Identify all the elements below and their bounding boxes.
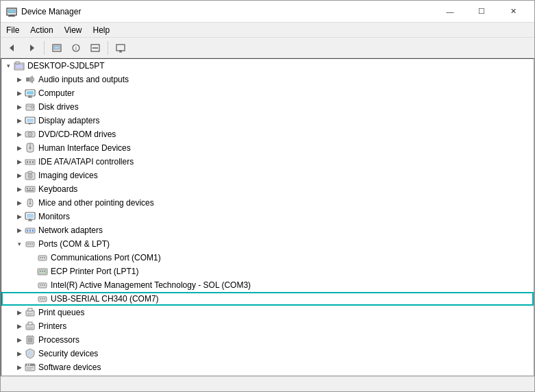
tree-item-printers[interactable]: ▶ Printers [1, 319, 534, 333]
svg-rect-92 [27, 328, 33, 329]
monitors-icon [25, 211, 36, 222]
processors-icon [25, 334, 36, 345]
disk-expand[interactable]: ▶ [14, 100, 25, 114]
update-button[interactable]: i [67, 40, 85, 56]
tree-item-keyboards[interactable]: ▶ Keyboards [1, 182, 534, 196]
maximize-button[interactable]: ☐ [466, 1, 497, 23]
tree-item-network[interactable]: ▶ Network adapters [1, 223, 534, 237]
ide-label: IDE ATA/ATAPI controllers [38, 157, 134, 167]
tree-item-ports[interactable]: ▾ Ports (COM & LPT) [1, 237, 534, 251]
security-icon [25, 348, 36, 359]
svg-point-74 [40, 271, 41, 272]
printqueues-expand[interactable]: ▶ [14, 306, 25, 319]
tree-item-com3[interactable]: ▶ Intel(R) Active Management Technology … [1, 278, 534, 292]
svg-rect-26 [26, 104, 34, 110]
tree-item-processors[interactable]: ▶ Processors [1, 333, 534, 347]
tree-item-dvd[interactable]: ▶ DVD/CD-ROM drives [1, 127, 534, 141]
security-expand[interactable]: ▶ [14, 347, 25, 360]
svg-rect-86 [28, 308, 32, 311]
svg-rect-61 [27, 230, 28, 232]
svg-point-80 [44, 284, 45, 286]
title-bar-left: Device Manager [6, 6, 81, 17]
svg-point-83 [42, 298, 43, 299]
ports-expand[interactable]: ▾ [14, 237, 25, 251]
printers-expand[interactable]: ▶ [14, 319, 25, 333]
svg-point-65 [27, 243, 29, 245]
svg-point-84 [44, 298, 45, 299]
dvd-expand[interactable]: ▶ [14, 127, 25, 141]
tree-root[interactable]: ▾ DESKTOP-SJDL5PT [1, 59, 534, 73]
close-button[interactable]: ✕ [497, 1, 529, 23]
ide-expand[interactable]: ▶ [14, 155, 25, 169]
minimize-button[interactable]: — [434, 1, 466, 23]
svg-rect-42 [32, 161, 34, 163]
mice-expand[interactable]: ▶ [14, 196, 25, 210]
printers-icon [25, 321, 36, 332]
tree-item-com1[interactable]: ▶ Communications Port (COM1) [1, 251, 534, 265]
svg-rect-30 [27, 119, 34, 122]
tree-item-software[interactable]: ▶ Software devices [1, 360, 534, 374]
menu-file[interactable]: File [1, 23, 25, 38]
computer-expand[interactable]: ▶ [14, 86, 25, 100]
tree-item-com7[interactable]: ▶ USB-SERIAL CH340 (COM7) [1, 292, 534, 306]
svg-point-75 [42, 271, 43, 272]
svg-point-38 [29, 147, 32, 149]
svg-point-70 [42, 257, 43, 258]
tree-item-hid[interactable]: ▶ Human Interface Devices [1, 141, 534, 155]
network-icon [25, 225, 36, 236]
menu-view[interactable]: View [59, 23, 88, 38]
imaging-expand[interactable]: ▶ [14, 169, 25, 182]
svg-rect-44 [28, 171, 32, 173]
hid-expand[interactable]: ▶ [14, 141, 25, 155]
software-label: Software devices [38, 363, 101, 372]
software-expand[interactable]: ▶ [14, 360, 25, 374]
svg-point-79 [42, 284, 43, 286]
svg-rect-106 [27, 369, 32, 369]
uninstall-button[interactable] [86, 40, 104, 56]
monitors-expand[interactable]: ▶ [14, 210, 25, 223]
svg-rect-50 [32, 188, 34, 189]
app-icon [6, 6, 17, 17]
tree-item-computer[interactable]: ▶ Computer [1, 86, 534, 100]
tree-item-display[interactable]: ▶ Display adapters [1, 114, 534, 127]
toolbar-separator-2 [108, 41, 108, 55]
audio-expand[interactable]: ▶ [14, 73, 25, 86]
tree-item-lpt1[interactable]: ▶ ECP Printer Port (LPT1) [1, 265, 534, 278]
svg-rect-40 [27, 161, 28, 163]
svg-rect-19 [26, 77, 29, 82]
back-button[interactable] [3, 40, 21, 56]
imaging-label: Imaging devices [38, 171, 98, 180]
network-expand[interactable]: ▶ [14, 223, 25, 237]
tree-item-security[interactable]: ▶ Security devices [1, 347, 534, 360]
display-expand[interactable]: ▶ [14, 114, 25, 127]
tree-item-mice[interactable]: ▶ Mice and other pointing devices [1, 196, 534, 210]
svg-rect-88 [27, 315, 31, 315]
tree-item-disk[interactable]: ▶ Disk drives [1, 100, 534, 114]
svg-marker-20 [29, 75, 33, 84]
tree-item-ide[interactable]: ▶ IDE ATA/ATAPI controllers [1, 155, 534, 169]
imaging-icon [25, 170, 36, 181]
device-tree[interactable]: ▾ DESKTOP-SJDL5PT ▶ [1, 58, 534, 376]
forward-button[interactable] [23, 40, 40, 56]
audio-icon [25, 74, 36, 85]
display-button[interactable] [112, 40, 129, 56]
menu-action[interactable]: Action [25, 23, 58, 38]
svg-rect-41 [29, 161, 31, 163]
svg-rect-28 [27, 106, 30, 107]
com1-label: Communications Port (COM1) [51, 253, 161, 262]
show-hidden-button[interactable] [48, 40, 66, 56]
tree-item-imaging[interactable]: ▶ Imaging devices [1, 169, 534, 182]
tree-item-audio[interactable]: ▶ Audio inputs and outputs [1, 73, 534, 86]
mice-icon [25, 197, 36, 208]
svg-point-69 [40, 257, 41, 258]
menu-help[interactable]: Help [88, 23, 116, 38]
svg-text:i: i [75, 45, 77, 51]
forward-icon [27, 43, 36, 53]
status-bar [1, 376, 534, 391]
tree-item-monitors[interactable]: ▶ Monitors [1, 210, 534, 223]
root-expand[interactable]: ▾ [3, 59, 14, 73]
tree-item-printqueues[interactable]: ▶ Print queues [1, 306, 534, 319]
processors-expand[interactable]: ▶ [14, 333, 25, 347]
keyboards-expand[interactable]: ▶ [14, 182, 25, 196]
display-label: Display adapters [38, 116, 99, 125]
